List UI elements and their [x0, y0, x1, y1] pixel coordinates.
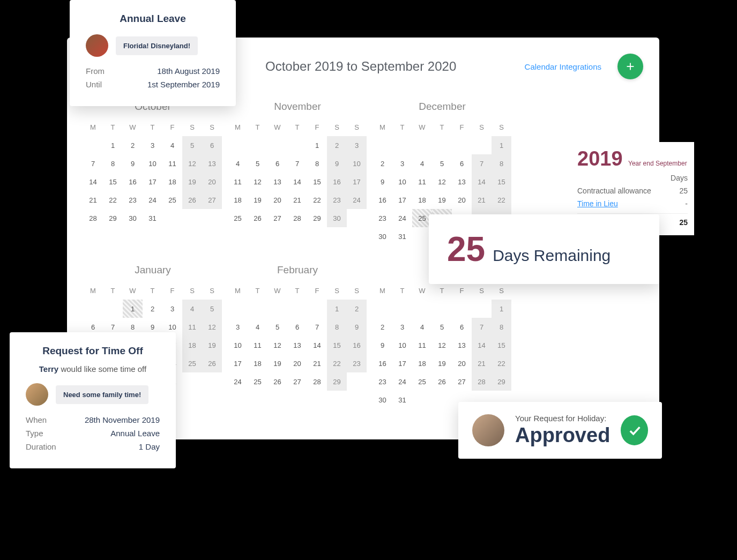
- day-cell[interactable]: 23: [373, 372, 392, 391]
- day-cell[interactable]: 5: [202, 300, 222, 318]
- day-cell[interactable]: 24: [347, 191, 367, 209]
- day-cell[interactable]: 24: [392, 209, 412, 227]
- day-cell[interactable]: 11: [162, 154, 182, 173]
- day-cell[interactable]: 30: [373, 391, 392, 409]
- day-cell[interactable]: 9: [373, 173, 392, 191]
- day-cell[interactable]: 20: [202, 173, 222, 191]
- add-button[interactable]: [617, 54, 643, 79]
- day-cell[interactable]: 5: [432, 154, 452, 173]
- day-cell[interactable]: 30: [327, 209, 347, 227]
- day-cell[interactable]: 1: [123, 300, 143, 318]
- day-cell[interactable]: 17: [392, 354, 412, 372]
- day-cell[interactable]: 23: [123, 191, 143, 209]
- day-cell[interactable]: 14: [472, 173, 492, 191]
- day-cell[interactable]: 27: [202, 191, 222, 209]
- day-cell[interactable]: 3: [392, 154, 412, 173]
- day-cell[interactable]: 6: [202, 136, 222, 154]
- day-cell[interactable]: 15: [492, 336, 511, 354]
- day-cell[interactable]: 16: [123, 173, 143, 191]
- day-cell[interactable]: 25: [412, 372, 432, 391]
- day-cell[interactable]: 8: [103, 154, 123, 173]
- day-cell[interactable]: 19: [432, 191, 452, 209]
- day-cell[interactable]: 15: [492, 173, 511, 191]
- day-cell[interactable]: 24: [228, 372, 248, 391]
- day-cell[interactable]: 4: [248, 318, 267, 336]
- day-cell[interactable]: 19: [202, 336, 222, 354]
- day-cell[interactable]: 22: [327, 354, 347, 372]
- day-cell[interactable]: 31: [143, 209, 162, 227]
- day-cell[interactable]: 3: [143, 136, 162, 154]
- day-cell[interactable]: 27: [287, 372, 307, 391]
- day-cell[interactable]: 7: [472, 154, 492, 173]
- day-cell[interactable]: 28: [472, 372, 492, 391]
- day-cell[interactable]: 5: [432, 318, 452, 336]
- day-cell[interactable]: 25: [182, 354, 202, 372]
- day-cell[interactable]: 16: [327, 173, 347, 191]
- day-cell[interactable]: 18: [182, 336, 202, 354]
- day-cell[interactable]: 4: [228, 154, 248, 173]
- day-cell[interactable]: 10: [347, 154, 367, 173]
- day-cell[interactable]: 18: [228, 191, 248, 209]
- day-cell[interactable]: 23: [327, 191, 347, 209]
- day-cell[interactable]: 13: [452, 173, 472, 191]
- day-cell[interactable]: 1: [327, 300, 347, 318]
- day-cell[interactable]: 18: [248, 354, 267, 372]
- day-cell[interactable]: 28: [307, 372, 327, 391]
- day-cell[interactable]: 12: [202, 318, 222, 336]
- day-cell[interactable]: 17: [347, 173, 367, 191]
- day-cell[interactable]: 2: [373, 318, 392, 336]
- day-cell[interactable]: 25: [162, 191, 182, 209]
- day-cell[interactable]: 23: [347, 354, 367, 372]
- day-cell[interactable]: 20: [452, 354, 472, 372]
- day-cell[interactable]: 4: [412, 318, 432, 336]
- day-cell[interactable]: 6: [452, 154, 472, 173]
- day-cell[interactable]: 20: [287, 354, 307, 372]
- day-cell[interactable]: 13: [452, 336, 472, 354]
- day-cell[interactable]: 15: [307, 173, 327, 191]
- day-cell[interactable]: 19: [182, 173, 202, 191]
- day-cell[interactable]: 22: [103, 191, 123, 209]
- day-cell[interactable]: 9: [123, 154, 143, 173]
- day-cell[interactable]: 17: [228, 354, 248, 372]
- day-cell[interactable]: 21: [472, 191, 492, 209]
- day-cell[interactable]: 25: [248, 372, 267, 391]
- day-cell[interactable]: 6: [287, 318, 307, 336]
- day-cell[interactable]: 24: [143, 191, 162, 209]
- day-cell[interactable]: 8: [307, 154, 327, 173]
- day-cell[interactable]: 12: [182, 154, 202, 173]
- day-cell[interactable]: 28: [287, 209, 307, 227]
- day-cell[interactable]: 15: [327, 336, 347, 354]
- day-cell[interactable]: 7: [287, 154, 307, 173]
- day-cell[interactable]: 2: [347, 300, 367, 318]
- day-cell[interactable]: 4: [162, 136, 182, 154]
- day-cell[interactable]: 14: [472, 336, 492, 354]
- day-cell[interactable]: 6: [452, 318, 472, 336]
- day-cell[interactable]: 10: [392, 173, 412, 191]
- day-cell[interactable]: 1: [307, 136, 327, 154]
- day-cell[interactable]: 22: [307, 191, 327, 209]
- day-cell[interactable]: 22: [492, 354, 511, 372]
- day-cell[interactable]: 26: [182, 191, 202, 209]
- day-cell[interactable]: 26: [432, 372, 452, 391]
- day-cell[interactable]: 10: [143, 154, 162, 173]
- time-in-lieu-link[interactable]: Time in Lieu: [577, 199, 618, 208]
- day-cell[interactable]: 8: [492, 154, 511, 173]
- day-cell[interactable]: 12: [267, 336, 287, 354]
- day-cell[interactable]: 19: [432, 354, 452, 372]
- day-cell[interactable]: 2: [123, 136, 143, 154]
- day-cell[interactable]: 25: [228, 209, 248, 227]
- day-cell[interactable]: 3: [162, 300, 182, 318]
- day-cell[interactable]: 20: [267, 191, 287, 209]
- day-cell[interactable]: 31: [392, 391, 412, 409]
- day-cell[interactable]: 31: [392, 227, 412, 245]
- day-cell[interactable]: 3: [228, 318, 248, 336]
- day-cell[interactable]: 29: [492, 372, 511, 391]
- day-cell[interactable]: 11: [248, 336, 267, 354]
- day-cell[interactable]: 7: [83, 154, 103, 173]
- day-cell[interactable]: 13: [267, 173, 287, 191]
- day-cell[interactable]: 19: [248, 191, 267, 209]
- day-cell[interactable]: 3: [392, 318, 412, 336]
- day-cell[interactable]: 11: [412, 336, 432, 354]
- day-cell[interactable]: 11: [412, 173, 432, 191]
- day-cell[interactable]: 1: [492, 300, 511, 318]
